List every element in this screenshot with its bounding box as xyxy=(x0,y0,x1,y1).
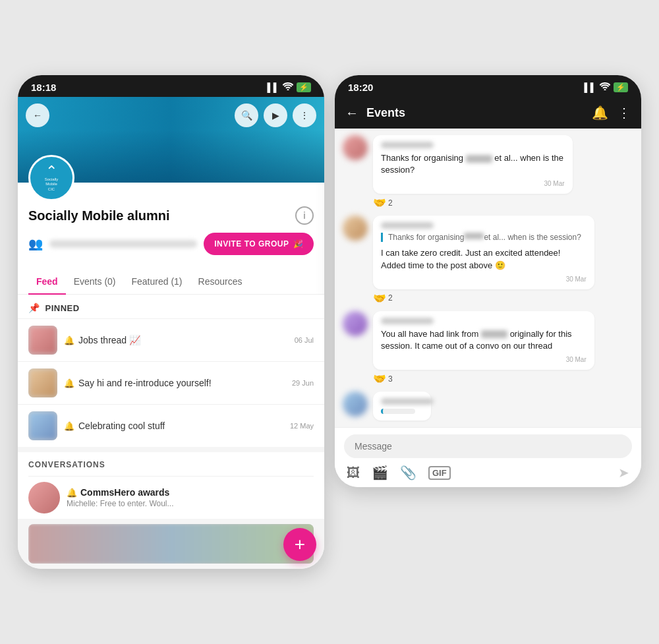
group-banner: ← 🔍 ▶ ⋮ ⌃ Socially Mobile CIC xyxy=(18,97,324,183)
pinned-title-1: 🔔 Jobs thread 📈 06 Jul xyxy=(64,335,314,345)
chat-message-4 xyxy=(343,392,633,421)
sender-blur-1 xyxy=(381,142,434,148)
reaction-emoji-3: 🤝 xyxy=(373,372,386,385)
pinned-date-1: 06 Jul xyxy=(295,336,314,344)
events-title: Events xyxy=(366,106,584,120)
convo-meta-1: 🔔 CommsHero awards Michelle: Free to ent… xyxy=(67,487,314,508)
convo-bell-icon: 🔔 xyxy=(67,488,77,498)
tab-events[interactable]: Events (0) xyxy=(66,270,124,295)
chat-avatar-2 xyxy=(343,216,368,241)
sender-blur-2 xyxy=(381,222,434,229)
battery-icon-right: ⚡ xyxy=(614,82,628,92)
wifi-icon-right xyxy=(600,82,610,92)
time-left: 18:18 xyxy=(31,82,56,93)
bell-icon-2: 🔔 xyxy=(64,378,74,388)
pinned-item-1[interactable]: 🔔 Jobs thread 📈 06 Jul xyxy=(18,318,324,361)
right-phone: 18:20 ▌▌ ⚡ ← Events 🔔 ⋮ xyxy=(335,75,641,487)
members-count-blur xyxy=(49,240,197,248)
attach-toolbar-icon[interactable]: 📎 xyxy=(400,465,416,481)
signal-icon-right: ▌▌ xyxy=(585,82,596,92)
chat-text-1: Thanks for organising et al... when is t… xyxy=(381,152,565,176)
tabs-bar: Feed Events (0) Featured (1) Resources xyxy=(18,270,324,295)
header-right-icons: 🔍 ▶ ⋮ xyxy=(235,103,316,127)
pinned-date-3: 12 May xyxy=(290,422,314,430)
more-header-icon[interactable]: ⋮ xyxy=(617,105,631,121)
reaction-count-1: 2 xyxy=(388,198,393,208)
pinned-header: 📌 PINNED xyxy=(18,295,324,318)
sender-blur-3 xyxy=(381,318,434,324)
events-back-button[interactable]: ← xyxy=(345,105,358,121)
video-button[interactable]: ▶ xyxy=(264,103,287,127)
events-header: ← Events 🔔 ⋮ xyxy=(335,97,641,129)
chat-text-2: I can take zero credit. Just an excited … xyxy=(381,247,587,271)
members-icon: 👥 xyxy=(28,237,43,251)
invite-row: 👥 INVITE TO GROUP 🎉 xyxy=(28,233,314,255)
chat-date-3: 30 Mar xyxy=(566,356,587,363)
chat-date-1: 30 Mar xyxy=(544,180,564,187)
feed-content: 📌 PINNED 🔔 Jobs thread 📈 06 Jul xyxy=(18,295,324,569)
chat-area: Thanks for organising et al... when is t… xyxy=(335,129,641,427)
convo-preview-1: Michelle: Free to enter. Woul... xyxy=(67,499,212,508)
chat-message-1: Thanks for organising et al... when is t… xyxy=(343,135,633,209)
feed-wrapper: 📌 PINNED 🔔 Jobs thread 📈 06 Jul xyxy=(18,295,324,569)
reaction-count-2: 2 xyxy=(388,293,393,303)
pin-icon: 📌 xyxy=(28,303,40,313)
chat-date-2: 30 Mar xyxy=(566,276,587,283)
chat-bubble-4 xyxy=(373,392,431,421)
status-icons-right: ▌▌ ⚡ xyxy=(585,82,628,92)
logo-chevron-icon: ⌃ xyxy=(45,164,57,179)
message-input-bar: 🖼 🎬 📎 GIF ➤ xyxy=(335,427,641,487)
pinned-item-2[interactable]: 🔔 Say hi and re-introduce yourself! 29 J… xyxy=(18,361,324,404)
pinned-avatar-2 xyxy=(28,368,57,397)
blur-word-1 xyxy=(466,155,492,163)
chat-avatar-1 xyxy=(343,135,368,160)
signal-icon-left: ▌▌ xyxy=(268,82,279,92)
search-button[interactable]: 🔍 xyxy=(235,103,258,127)
conversations-header: CONVERSATIONS xyxy=(28,460,314,469)
chat-bubble-3: You all have had link from originally fo… xyxy=(373,311,594,370)
toolbar-icons: 🖼 🎬 📎 GIF ➤ xyxy=(344,465,632,481)
reaction-1[interactable]: 🤝 2 xyxy=(373,196,608,209)
chat-avatar-3 xyxy=(343,311,368,336)
battery-icon-left: ⚡ xyxy=(297,82,311,92)
sender-blur-4 xyxy=(381,398,434,405)
info-icon[interactable]: i xyxy=(295,206,314,225)
image-toolbar-icon[interactable]: 🖼 xyxy=(347,465,360,481)
convo-thumbnail xyxy=(28,524,314,564)
events-header-icons: 🔔 ⋮ xyxy=(592,105,631,121)
bell-header-icon[interactable]: 🔔 xyxy=(592,105,608,121)
invite-to-group-button[interactable]: INVITE TO GROUP 🎉 xyxy=(204,233,314,255)
send-button[interactable]: ➤ xyxy=(618,465,629,481)
status-icons-left: ▌▌ ⚡ xyxy=(268,82,311,92)
video-toolbar-icon[interactable]: 🎬 xyxy=(372,465,388,481)
reaction-count-3: 3 xyxy=(388,374,393,384)
more-button[interactable]: ⋮ xyxy=(293,103,316,127)
message-input[interactable] xyxy=(344,434,632,458)
pinned-item-3[interactable]: 🔔 Celebrating cool stuff 12 May xyxy=(18,404,324,447)
tab-featured[interactable]: Featured (1) xyxy=(124,270,190,295)
conversations-section: CONVERSATIONS 🔔 CommsHero awards Michell… xyxy=(18,452,324,519)
fab-add-button[interactable]: + xyxy=(283,528,316,561)
convo-title-1: 🔔 CommsHero awards xyxy=(67,487,314,498)
gif-toolbar-icon[interactable]: GIF xyxy=(428,466,451,480)
bell-icon-3: 🔔 xyxy=(64,421,74,431)
status-bar-right: 18:20 ▌▌ ⚡ xyxy=(335,75,641,97)
reaction-emoji-2: 🤝 xyxy=(373,292,386,305)
pinned-meta-2: 🔔 Say hi and re-introduce yourself! 29 J… xyxy=(64,378,314,388)
reaction-2[interactable]: 🤝 2 xyxy=(373,292,633,305)
tab-resources[interactable]: Resources xyxy=(190,270,250,295)
back-button[interactable]: ← xyxy=(26,103,49,127)
convo-item-1[interactable]: 🔔 CommsHero awards Michelle: Free to ent… xyxy=(28,476,314,519)
chat-footer-2: 30 Mar xyxy=(381,276,587,283)
chat-message-2: Thanks for organising et al... when is t… xyxy=(343,216,633,304)
header-actions: ← 🔍 ▶ ⋮ xyxy=(26,103,316,127)
pinned-title-2: 🔔 Say hi and re-introduce yourself! 29 J… xyxy=(64,378,314,388)
bell-icon-1: 🔔 xyxy=(64,336,74,345)
pinned-title-3: 🔔 Celebrating cool stuff 12 May xyxy=(64,421,314,431)
group-title: Socially Mobile alumni xyxy=(28,208,170,223)
left-phone: 18:18 ▌▌ ⚡ ← 🔍 ▶ xyxy=(18,75,324,569)
chat-message-3: You all have had link from originally fo… xyxy=(343,311,633,385)
reaction-3[interactable]: 🤝 3 xyxy=(373,372,633,385)
tab-feed[interactable]: Feed xyxy=(28,270,66,295)
blur-word-3 xyxy=(481,330,507,338)
